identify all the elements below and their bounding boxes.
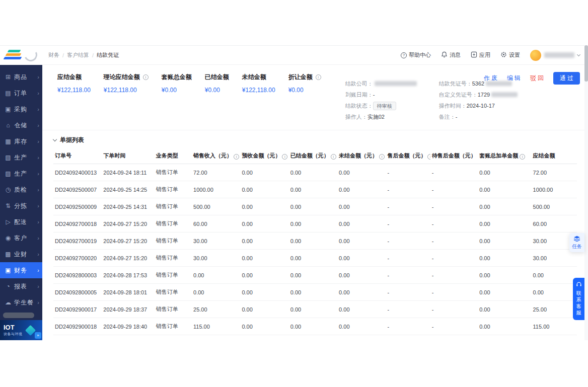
table-row[interactable]: DD240925000092024-09-25 14:31销售订单500.000… bbox=[53, 198, 577, 215]
table-cell: 0.00 bbox=[337, 301, 386, 318]
table-cell: 0.00 bbox=[337, 318, 386, 335]
scrollbar-track[interactable] bbox=[584, 45, 588, 340]
table-cell: 销售订单 bbox=[155, 233, 192, 250]
sidebar-item-production-1[interactable]: ▧生产› bbox=[0, 149, 42, 166]
table-cell: 1000.00 bbox=[192, 181, 240, 198]
sidebar-item-label: 库存 bbox=[14, 137, 35, 146]
sidebar-item-inventory[interactable]: ▦库存› bbox=[0, 133, 42, 149]
help-center-button[interactable]: ? 帮助中心 bbox=[401, 51, 431, 59]
reject-button[interactable]: 驳回 bbox=[530, 74, 545, 83]
table-cell: - bbox=[386, 233, 430, 250]
void-button[interactable]: 作废 bbox=[484, 74, 499, 83]
metric-label: 套账总金额 bbox=[162, 73, 192, 82]
apps-grid-icon bbox=[471, 51, 477, 59]
info-icon[interactable]: i bbox=[427, 154, 430, 160]
biz-finance-icon: ▩ bbox=[5, 251, 12, 258]
sidebar-item-student-meals[interactable]: ☁学生餐› bbox=[0, 294, 42, 311]
scrollbar-thumb[interactable] bbox=[584, 45, 588, 82]
sidebar-item-goods[interactable]: ⊞商品› bbox=[0, 69, 42, 85]
info-icon[interactable]: i bbox=[316, 74, 321, 80]
headset-icon bbox=[576, 282, 582, 288]
sidebar-item-biz-finance[interactable]: ▩业财› bbox=[0, 246, 42, 262]
table-cell: 0.00 bbox=[240, 301, 288, 318]
orders-table: 订单号下单时间业务类型销售收入（元）i预收金额（元）i已结金额（元）i未结金额（… bbox=[53, 148, 577, 340]
table-cell: 2024-09-28 18:01 bbox=[102, 284, 154, 301]
info-field: 操作人：实施02 bbox=[345, 113, 417, 121]
table-cell: - bbox=[430, 267, 478, 284]
info-icon[interactable]: i bbox=[520, 154, 525, 160]
sidebar-item-label: 财务 bbox=[14, 266, 35, 275]
table-cell: 0.00 bbox=[478, 250, 531, 267]
layers-icon bbox=[573, 238, 580, 243]
sidebar-item-delivery[interactable]: ▷配送› bbox=[0, 214, 42, 230]
table-cell: 0.00 bbox=[337, 233, 386, 250]
app-logo bbox=[0, 46, 42, 65]
orders-icon: ▤ bbox=[5, 90, 12, 97]
user-menu[interactable] bbox=[530, 50, 580, 61]
table-row[interactable]: DD240928000052024-09-28 18:01销售订单0.000.0… bbox=[53, 284, 577, 301]
messages-button[interactable]: 消息 bbox=[441, 51, 461, 59]
table-row[interactable]: DD240927000182024-09-27 15:20销售订单60.000.… bbox=[53, 215, 577, 233]
info-icon[interactable]: i bbox=[282, 154, 287, 160]
sidebar-expand-button[interactable]: » bbox=[35, 332, 41, 339]
info-icon[interactable]: i bbox=[234, 154, 239, 160]
section-head[interactable]: 单据列表 bbox=[42, 130, 588, 148]
sidebar-item-production-2[interactable]: ▨生产› bbox=[0, 166, 42, 182]
info-field-label: 结款凭证号： bbox=[439, 80, 472, 88]
table-cell: 25.00 bbox=[192, 301, 240, 318]
table-row[interactable]: DD240929000172024-09-29 18:37销售订单25.000.… bbox=[53, 301, 577, 318]
sidebar-item-quality-check[interactable]: ◷质检› bbox=[0, 182, 42, 198]
chevron-right-icon: › bbox=[37, 171, 39, 177]
question-icon: ? bbox=[401, 52, 407, 58]
apps-button[interactable]: 应用 bbox=[471, 51, 490, 59]
approve-button[interactable]: 通过 bbox=[553, 72, 580, 85]
table-cell: 0.00 bbox=[289, 267, 337, 284]
sidebar-item-purchase[interactable]: ▣采购› bbox=[0, 101, 42, 117]
sidebar-item-label: 订单 bbox=[14, 89, 35, 98]
settings-button[interactable]: 设置 bbox=[500, 51, 520, 59]
edit-button[interactable]: 编辑 bbox=[507, 74, 522, 83]
table-row[interactable]: DD240925000072024-09-25 14:25销售订单1000.00… bbox=[53, 181, 577, 198]
sidebar-collapse-pill[interactable] bbox=[3, 313, 34, 318]
sidebar-item-warehouse[interactable]: ⌂仓储› bbox=[0, 117, 42, 133]
info-field-label: 到账日期： bbox=[345, 91, 373, 99]
info-icon[interactable]: i bbox=[331, 154, 336, 160]
status-badge: 待审核 bbox=[373, 102, 396, 110]
table-row[interactable]: DD240924000132024-09-24 18:11销售订单72.000.… bbox=[53, 164, 577, 181]
customer-service-float-button[interactable]: 联系客服 bbox=[573, 278, 584, 320]
chevron-right-icon: › bbox=[37, 90, 39, 96]
sidebar-item-sorting[interactable]: ⇅分拣› bbox=[0, 198, 42, 214]
chevron-right-icon: › bbox=[37, 138, 39, 144]
table-cell: - bbox=[386, 301, 430, 318]
info-icon[interactable]: i bbox=[143, 74, 149, 80]
task-label: 任务 bbox=[569, 243, 584, 250]
sidebar-item-label: 生产 bbox=[14, 170, 35, 178]
column-header: 已结金额（元）i bbox=[289, 148, 337, 164]
table-row[interactable]: DD240929000182024-09-29 18:40销售订单115.000… bbox=[53, 318, 577, 335]
table-row[interactable]: DD240928000032024-09-28 17:53销售订单0.000.0… bbox=[53, 267, 577, 284]
table-row[interactable]: DD240927000202024-09-27 15:20销售订单30.000.… bbox=[53, 250, 577, 267]
sidebar-item-label: 客户 bbox=[14, 234, 35, 243]
sidebar-item-label: 商品 bbox=[14, 73, 35, 82]
table-cell: 0.00 bbox=[240, 233, 288, 250]
table-row[interactable]: DD240927000192024-09-27 15:20销售订单30.000.… bbox=[53, 233, 577, 250]
order-number-cell: DD24092900018 bbox=[53, 318, 102, 335]
breadcrumb-item[interactable]: 财务 bbox=[48, 51, 59, 59]
sidebar-item-customers[interactable]: ◉客户› bbox=[0, 230, 42, 246]
quality-check-icon: ◷ bbox=[5, 186, 12, 193]
table-cell: - bbox=[386, 164, 430, 181]
iot-logo-text: IOT 设备与环境 bbox=[4, 324, 23, 337]
sidebar-item-finance[interactable]: ▣财务› bbox=[0, 262, 42, 278]
task-float-button[interactable]: 任务 bbox=[569, 233, 584, 252]
main-area: 财务/客户结算/结款凭证 ? 帮助中心 消息 应用 设置 bbox=[42, 46, 588, 340]
table-cell: 销售订单 bbox=[155, 335, 192, 341]
sidebar-item-orders[interactable]: ▤订单› bbox=[0, 85, 42, 101]
table-row[interactable]: DD240930000032024-09-30 10:08销售订单22.000.… bbox=[53, 335, 577, 341]
table-cell: 500.00 bbox=[532, 198, 577, 215]
breadcrumb-item[interactable]: 客户结算 bbox=[67, 51, 89, 59]
sidebar-item-reports[interactable]: ◔报表› bbox=[0, 278, 42, 294]
info-icon[interactable]: i bbox=[379, 154, 385, 160]
table-cell: 0.00 bbox=[478, 301, 531, 318]
chevron-right-icon: › bbox=[37, 299, 39, 305]
table-cell: 0.00 bbox=[240, 335, 288, 341]
